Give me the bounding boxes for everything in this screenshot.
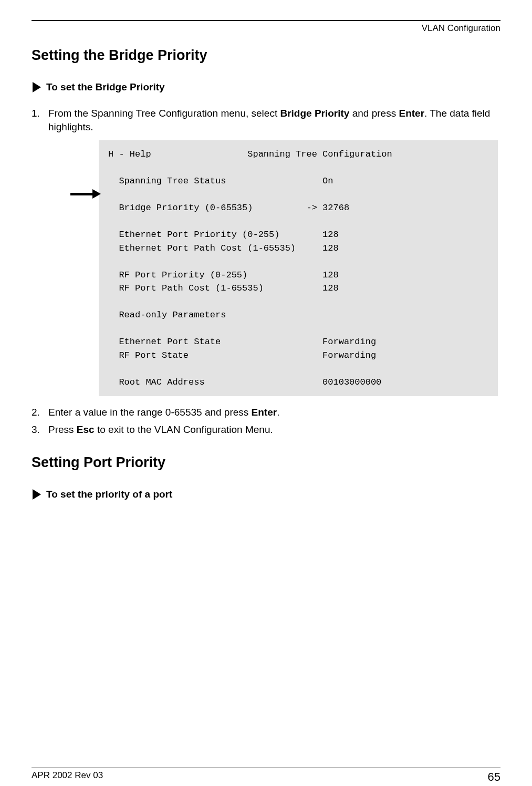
term-ststatus-label: Spanning Tree Status xyxy=(119,176,226,186)
header-rule xyxy=(32,20,500,21)
header-chapter: VLAN Configuration xyxy=(32,23,500,34)
steps-list: From the Spanning Tree Configuration men… xyxy=(32,107,500,437)
step2-text-post: . xyxy=(277,407,279,418)
term-eppc-val: 128 xyxy=(322,243,339,253)
step2-text-pre: Enter a value in the range 0-65535 and p… xyxy=(48,407,252,418)
term-eps-label: Ethernet Port State xyxy=(119,337,221,347)
term-bp-val: 32768 xyxy=(322,203,349,213)
step1-bold-enter: Enter xyxy=(399,108,424,119)
term-epp-val: 128 xyxy=(322,230,339,240)
term-help: H - Help xyxy=(108,149,151,159)
section-title-bridge-priority: Setting the Bridge Priority xyxy=(32,47,500,64)
term-rfpc-val: 128 xyxy=(322,283,339,293)
footer-page-number: 65 xyxy=(488,770,500,784)
term-title: Spanning Tree Configuration xyxy=(247,149,392,159)
procedure-arrow-icon xyxy=(33,82,41,92)
term-bp-label: Bridge Priority (0-65535) xyxy=(119,203,253,213)
step2-bold-enter: Enter xyxy=(252,407,277,418)
term-bp-marker: -> xyxy=(306,203,317,213)
term-ro-label: Read-only Parameters xyxy=(119,310,226,320)
procedure-header-port: To set the priority of a port xyxy=(32,489,500,500)
step3-bold-esc: Esc xyxy=(77,424,95,435)
page-footer: APR 2002 Rev 03 65 xyxy=(32,768,500,784)
step-2: Enter a value in the range 0-65535 and p… xyxy=(32,406,500,419)
procedure-title: To set the Bridge Priority xyxy=(46,81,165,93)
pointer-arrow-icon xyxy=(70,189,101,199)
term-eps-val: Forwarding xyxy=(322,337,376,347)
step1-text-mid: and press xyxy=(349,108,399,119)
procedure-arrow-icon xyxy=(33,489,41,500)
terminal-screen: H - Help Spanning Tree Configuration Spa… xyxy=(99,140,498,396)
step3-text-post: to exit to the VLAN Configuration Menu. xyxy=(95,424,273,435)
step-1: From the Spanning Tree Configuration men… xyxy=(32,107,500,396)
term-rfpc-label: RF Port Path Cost (1-65535) xyxy=(119,283,263,293)
term-ststatus-val: On xyxy=(322,176,333,186)
section-title-port-priority: Setting Port Priority xyxy=(32,454,500,471)
term-mac-label: Root MAC Address xyxy=(119,377,204,387)
step-3: Press Esc to exit to the VLAN Configurat… xyxy=(32,423,500,437)
step1-text-pre: From the Spanning Tree Configuration men… xyxy=(48,108,280,119)
step1-bold-bridge-priority: Bridge Priority xyxy=(280,108,349,119)
term-rfp-val: 128 xyxy=(322,270,339,280)
term-rfs-val: Forwarding xyxy=(322,350,376,360)
step3-text-pre: Press xyxy=(48,424,77,435)
term-rfs-label: RF Port State xyxy=(119,350,189,360)
procedure-header-bridge: To set the Bridge Priority xyxy=(32,81,500,93)
term-eppc-label: Ethernet Port Path Cost (1-65535) xyxy=(119,243,296,253)
term-rfp-label: RF Port Priority (0-255) xyxy=(119,270,247,280)
term-mac-val: 00103000000 xyxy=(322,377,381,387)
terminal-wrapper: H - Help Spanning Tree Configuration Spa… xyxy=(99,140,500,396)
procedure-title-port: To set the priority of a port xyxy=(46,489,172,500)
footer-revision: APR 2002 Rev 03 xyxy=(32,770,103,784)
term-epp-label: Ethernet Port Priority (0-255) xyxy=(119,230,279,240)
